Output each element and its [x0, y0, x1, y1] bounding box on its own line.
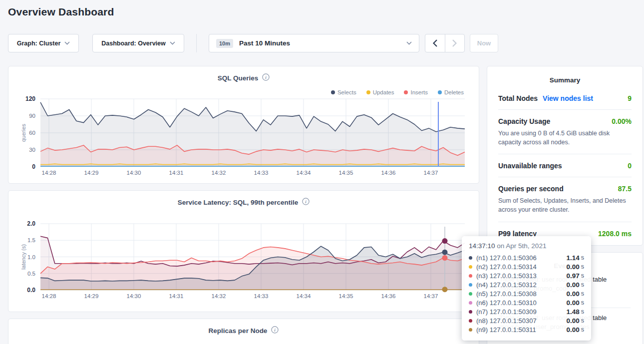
tooltip-timestamp: 14:37:10 on Apr 5th, 2021 [469, 242, 584, 250]
chevron-down-icon [170, 41, 175, 45]
tooltip-node-row: (n8) 127.0.0.1:503070.00s [469, 316, 584, 325]
summary-row-capacity: Capacity Usage 0.00% You are using 0 B o… [498, 110, 632, 154]
time-range-badge: 10m [216, 39, 233, 48]
page-title: Overview Dashboard [8, 6, 114, 18]
sql-queries-panel: SQL Queries i SelectsUpdatesInsertsDelet… [8, 66, 479, 184]
svg-text:14:35: 14:35 [339, 170, 353, 176]
p99-latency-value: 1208.0 ms [598, 230, 632, 238]
latency-hover-tooltip: 14:37:10 on Apr 5th, 2021 (n1) 127.0.0.1… [462, 236, 591, 341]
svg-text:14:36: 14:36 [381, 293, 396, 299]
svg-text:queries: queries [20, 123, 26, 142]
node-color-dot [469, 328, 472, 332]
time-range-picker[interactable]: 10m Past 10 Minutes [209, 34, 419, 52]
qps-desc: Sum of Selects, Updates, Inserts, and De… [498, 196, 632, 214]
svg-text:90: 90 [29, 113, 35, 119]
overview-dashboard-page: Overview Dashboard Graph: Cluster Dashbo… [0, 0, 644, 344]
tooltip-node-row: (n3) 127.0.0.1:503130.97s [469, 271, 584, 280]
view-nodes-list-link[interactable]: View nodes list [543, 94, 593, 102]
svg-text:1.0: 1.0 [27, 254, 35, 260]
dashboard-dropdown[interactable]: Dashboard: Overview [92, 34, 184, 52]
tooltip-node-row: (n4) 127.0.0.1:503120.00s [469, 280, 584, 289]
graph-scope-dropdown[interactable]: Graph: Cluster [8, 34, 79, 52]
svg-text:0: 0 [32, 163, 35, 170]
svg-text:14:33: 14:33 [254, 293, 269, 299]
prev-time-button[interactable] [425, 34, 445, 52]
svg-text:2.0: 2.0 [27, 220, 35, 227]
service-latency-panel: Service Latency: SQL, 99th percentile i … [8, 190, 479, 312]
svg-text:0.5: 0.5 [27, 271, 35, 277]
svg-text:120: 120 [25, 95, 35, 102]
capacity-usage-desc: You are using 0 B of 4.5 GiB usable disk… [498, 129, 632, 147]
unavailable-ranges-value: 0 [628, 162, 632, 170]
svg-text:14:31: 14:31 [169, 293, 184, 299]
node-color-dot [469, 319, 472, 323]
svg-text:14:32: 14:32 [212, 293, 226, 299]
qps-label: Queries per second [498, 185, 564, 193]
controls-divider [196, 34, 197, 52]
svg-text:14:29: 14:29 [84, 293, 99, 299]
svg-text:0.0: 0.0 [27, 287, 35, 294]
time-range-label: Past 10 Minutes [239, 39, 290, 47]
node-color-dot [469, 256, 472, 260]
tooltip-node-row: (n2) 127.0.0.1:503140.00s [469, 262, 584, 271]
total-nodes-label: Total Nodes [498, 94, 538, 102]
svg-text:14:35: 14:35 [339, 293, 353, 299]
svg-text:14:32: 14:32 [212, 170, 226, 176]
svg-text:1.5: 1.5 [27, 237, 35, 243]
tooltip-node-row: (n7) 127.0.0.1:503091.48s [469, 307, 584, 316]
total-nodes-value: 9 [628, 94, 632, 102]
svg-text:14:29: 14:29 [84, 170, 99, 176]
svg-text:60: 60 [29, 130, 35, 136]
chevron-down-icon [406, 41, 412, 45]
tooltip-node-row: (n5) 127.0.0.1:503080.00s [469, 289, 584, 298]
tooltip-node-row: (n1) 127.0.0.1:503061.14s [469, 253, 584, 262]
now-button[interactable]: Now [470, 34, 498, 52]
capacity-usage-value: 0.00% [612, 117, 632, 125]
svg-text:30: 30 [29, 147, 35, 153]
svg-text:14:34: 14:34 [297, 293, 311, 299]
graph-scope-label: Graph: Cluster [17, 40, 61, 47]
tooltip-node-row: (n9) 127.0.0.1:503110.00s [469, 325, 584, 334]
node-color-dot [469, 310, 472, 314]
svg-text:14:28: 14:28 [42, 293, 56, 299]
svg-text:14:36: 14:36 [381, 170, 396, 176]
time-nav-arrows [425, 34, 465, 52]
summary-row-qps: Queries per second 87.5 Sum of Selects, … [498, 177, 632, 222]
capacity-usage-label: Capacity Usage [498, 117, 550, 125]
unavailable-ranges-label: Unavailable ranges [498, 162, 562, 170]
svg-text:latency (s): latency (s) [20, 244, 26, 270]
node-color-dot [469, 283, 472, 287]
svg-text:14:30: 14:30 [127, 293, 141, 299]
info-icon[interactable]: i [271, 326, 279, 335]
sql-queries-chart[interactable]: 14:2814:2914:3014:3114:3214:3314:3414:35… [8, 66, 480, 184]
dashboard-label: Dashboard: Overview [101, 40, 166, 47]
svg-text:14:28: 14:28 [42, 170, 56, 176]
node-color-dot [469, 265, 472, 269]
svg-text:i: i [275, 328, 276, 333]
replicas-per-node-panel: Replicas per Node i [8, 319, 479, 344]
node-color-dot [469, 301, 472, 305]
svg-text:14:30: 14:30 [127, 170, 141, 176]
summary-panel: Summary Total Nodes View nodes list 9 Ca… [487, 66, 643, 246]
summary-row-total-nodes: Total Nodes View nodes list 9 [498, 87, 632, 110]
svg-text:14:34: 14:34 [297, 170, 311, 176]
svg-text:14:37: 14:37 [424, 293, 438, 299]
svg-text:14:31: 14:31 [169, 170, 184, 176]
svg-text:14:37: 14:37 [424, 170, 438, 176]
next-time-button[interactable] [445, 34, 465, 52]
tooltip-node-row: (n6) 127.0.0.1:503100.00s [469, 298, 584, 307]
replicas-per-node-title: Replicas per Node [209, 327, 268, 335]
summary-title: Summary [498, 66, 632, 87]
node-color-dot [469, 274, 472, 278]
svg-text:14:33: 14:33 [254, 170, 269, 176]
service-latency-chart[interactable]: 14:2814:2914:3014:3114:3214:3314:3414:35… [8, 191, 480, 313]
node-color-dot [469, 292, 472, 296]
summary-row-unavailable-ranges: Unavailable ranges 0 [498, 154, 632, 177]
qps-value: 87.5 [618, 185, 632, 193]
chevron-down-icon [64, 41, 70, 45]
